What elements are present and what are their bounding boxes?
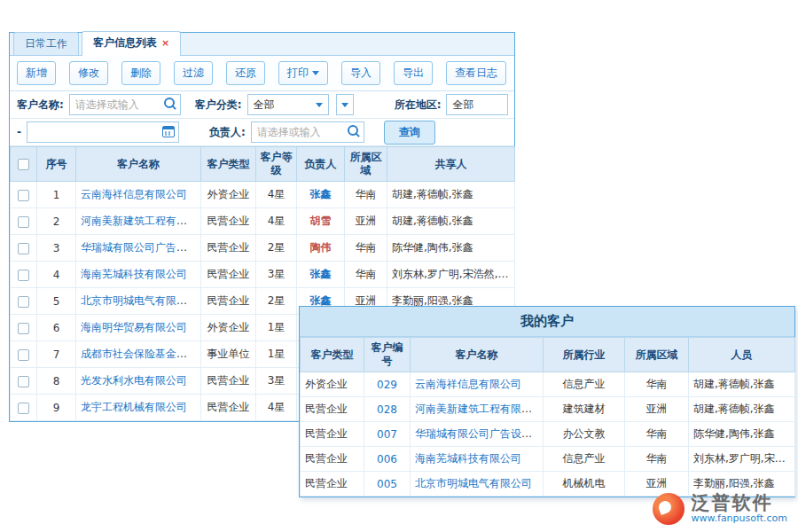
header-customer-level: 客户等级 [256,147,297,182]
category-label: 客户分类: [195,98,242,113]
calendar-icon[interactable] [162,126,176,139]
vendor-name: 泛普软件 [692,492,787,513]
customer-name-link[interactable]: 成都市社会保险基金管理... [81,348,201,360]
customer-name-link[interactable]: 海南芜城科技有限公司 [81,268,187,280]
vendor-branding: 泛普软件 www.fanpusoft.com [653,492,787,525]
row-checkbox[interactable] [18,270,29,281]
region-cell: 华南 [345,262,387,288]
customer-code-link[interactable]: 029 [377,379,397,391]
customer-code-link[interactable]: 028 [377,403,397,416]
header-customer-name: 客户名称 [76,147,201,182]
customer-level-cell: 1星 [256,315,297,341]
industry-cell: 机械机电 [544,472,625,497]
region-cell: 华南 [625,447,689,472]
table-row[interactable]: 民营企业 007 华瑞城有限公司广告设计部 办公文教 华南 陈华健,陶伟,张鑫 [301,422,795,447]
district-select[interactable]: 全部 [446,94,508,115]
customer-name-link[interactable]: 华瑞城有限公司广告设计部 [415,427,543,440]
close-tab-icon[interactable]: × [161,37,169,49]
delete-button[interactable]: 删除 [121,61,160,85]
filter-row-2: - 负责人: 查询 [10,119,514,146]
table-row[interactable]: 外资企业 029 云南海祥信息有限公司 信息产业 华南 胡建,蒋德帧,张鑫 [301,372,795,397]
query-button[interactable]: 查询 [384,121,435,145]
customer-name-link[interactable]: 河南美新建筑工程有限公司 [81,215,201,227]
customer-type-cell: 民营企业 [301,422,364,447]
region-cell: 亚洲 [345,208,387,235]
customer-type-cell: 民营企业 [201,395,256,421]
customer-code-link[interactable]: 006 [377,453,397,466]
customer-name-link[interactable]: 海南明华贸易有限公司 [81,321,187,333]
customer-level-cell: 3星 [256,368,297,395]
customer-name-link[interactable]: 北京市明城电气有限公司 [415,477,532,489]
industry-cell: 信息产业 [544,447,625,472]
customer-name-link[interactable]: 海南芜城科技有限公司 [415,452,521,465]
header-shared: 共享人 [387,147,515,182]
table-row[interactable]: 民营企业 028 河南美新建筑工程有限公司 建筑建材 亚洲 胡建,蒋德帧,张鑫 [301,397,795,422]
customer-name-link[interactable]: 华瑞城有限公司广告设计部 [81,241,201,254]
customer-code-link[interactable]: 007 [377,428,397,441]
table-row[interactable]: 1 云南海祥信息有限公司 外资企业 4星 张鑫 华南 胡建,蒋德帧,张鑫 [11,182,515,208]
date-input[interactable] [27,121,179,143]
owner-link[interactable]: 陶伟 [310,241,332,254]
table-row[interactable]: 3 华瑞城有限公司广告设计部 民营企业 2星 陶伟 华南 陈华健,陶伟,张鑫 [11,235,515,262]
table-row[interactable]: 2 河南美新建筑工程有限公司 民营企业 4星 胡雪 亚洲 胡建,蒋德帧,张鑫 [11,208,515,235]
chevron-down-icon [312,71,319,75]
my-customers-body: 外资企业 029 云南海祥信息有限公司 信息产业 华南 胡建,蒋德帧,张鑫 民营… [301,372,795,497]
customer-level-cell: 2星 [256,288,297,315]
row-number: 2 [37,208,76,235]
table-row[interactable]: 民营企业 006 海南芜城科技有限公司 信息产业 华南 刘东林,罗广明,宋浩然,… [301,447,795,472]
customer-level-cell: 4星 [256,182,297,208]
search-icon[interactable] [164,98,177,111]
customer-level-cell: 3星 [256,262,297,288]
people-cell: 胡建,蒋德帧,张鑫 [689,397,795,422]
customer-type-cell: 民营企业 [301,447,364,472]
header-owner: 负责人 [297,147,345,182]
toolbar: 新增 修改 删除 过滤 还原 打印 导入 导出 查看日志 [10,56,514,91]
category-select[interactable]: 全部 [247,94,329,115]
export-button[interactable]: 导出 [394,61,433,85]
customer-name-link[interactable]: 北京市明城电气有限公司 [81,294,198,307]
restore-button[interactable]: 还原 [226,61,265,85]
owner-link[interactable]: 胡雪 [310,215,332,227]
customer-name-link[interactable]: 龙宇工程机械有限公司 [81,401,187,413]
industry-cell: 建筑建材 [544,397,625,422]
tab-daily-work[interactable]: 日常工作 [13,32,79,55]
customer-type-cell: 民营企业 [201,288,256,315]
row-checkbox[interactable] [18,403,29,414]
search-icon[interactable] [348,125,361,138]
row-checkbox[interactable] [18,243,29,254]
customer-code-link[interactable]: 005 [377,478,397,490]
tab-customer-list[interactable]: 客户信息列表× [82,31,181,56]
customer-name-link[interactable]: 光发水利水电有限公司 [81,374,187,387]
row-checkbox[interactable] [18,216,29,228]
row-number: 7 [37,341,76,368]
import-button[interactable]: 导入 [341,61,380,85]
shared-people-cell: 陈华健,陶伟,张鑫 [387,235,515,262]
shared-people-cell: 胡建,蒋德帧,张鑫 [387,182,515,208]
modify-button[interactable]: 修改 [69,61,108,85]
view-log-button[interactable]: 查看日志 [446,61,506,85]
my-customers-panel: 我的客户 客户类型 客户编号 客户名称 所属行业 所属区域 人员 外资企业 02… [299,306,795,497]
select-all-checkbox[interactable] [18,159,29,170]
owner-label: 负责人: [209,125,246,140]
customer-level-cell: 2星 [256,235,297,262]
print-button-label: 打印 [287,66,309,81]
row-checkbox[interactable] [18,190,29,201]
owner-link[interactable]: 张鑫 [310,188,332,200]
people-cell: 刘东林,罗广明,宋浩然,张鑫 [689,447,795,472]
industry-cell: 办公文教 [544,422,625,447]
row-checkbox[interactable] [18,296,29,308]
header-customer-code: 客户编号 [364,338,411,372]
owner-link[interactable]: 张鑫 [310,294,332,307]
add-button[interactable]: 新增 [17,61,56,85]
row-checkbox[interactable] [18,323,29,334]
customer-name-link[interactable]: 河南美新建筑工程有限公司 [415,403,543,415]
filter-button[interactable]: 过滤 [174,61,213,85]
customer-name-link[interactable]: 云南海祥信息有限公司 [415,378,521,390]
category-dropdown-button[interactable] [336,94,354,115]
row-checkbox[interactable] [18,376,29,387]
print-button[interactable]: 打印 [278,61,328,85]
row-checkbox[interactable] [18,349,29,361]
owner-link[interactable]: 张鑫 [310,268,332,280]
customer-name-link[interactable]: 云南海祥信息有限公司 [81,188,187,200]
table-row[interactable]: 4 海南芜城科技有限公司 民营企业 3星 张鑫 华南 刘东林,罗广明,宋浩然,张… [11,262,515,288]
